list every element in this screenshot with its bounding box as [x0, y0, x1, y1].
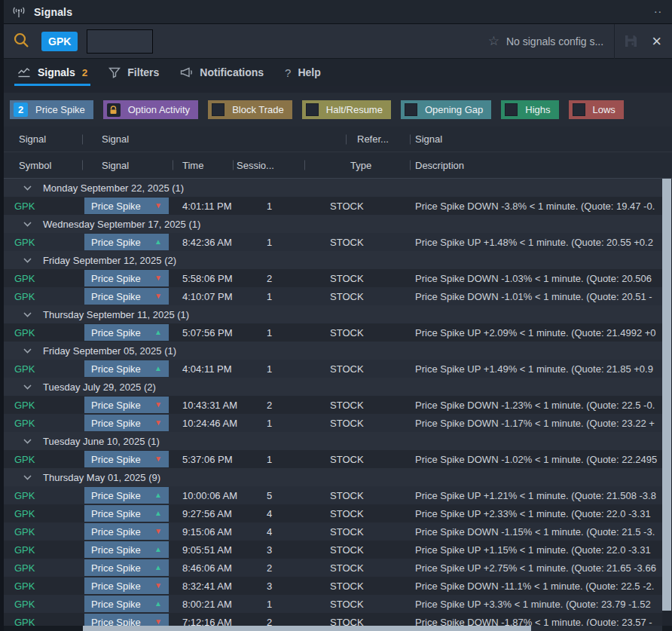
- group-row[interactable]: Thursday May 01, 2025 (9): [4, 468, 672, 486]
- description-cell: Price Spike UP +3.3% < 1 minute. (Quote:…: [411, 595, 672, 613]
- table-row[interactable]: GPK Price Spike ▲ 10:00:06 AM 5 STOCK Pr…: [4, 486, 672, 504]
- filter-chip-halt-resume[interactable]: Halt/Resume: [302, 100, 391, 119]
- table-row[interactable]: GPK Price Spike ▼ 4:01:11 PM 1 STOCK Pri…: [4, 197, 672, 215]
- table-row[interactable]: GPK Price Spike ▲ 4:04:11 PM 1 STOCK Pri…: [4, 360, 672, 378]
- filter-bar: 2 Price Spike Option Activity Block Trad…: [4, 86, 672, 127]
- filter-chip-option-activity[interactable]: Option Activity: [103, 100, 198, 119]
- signal-chip-label: Price Spike: [91, 490, 154, 501]
- tab-notifications[interactable]: Notifications: [170, 59, 274, 86]
- chevron-down-icon[interactable]: [23, 258, 32, 263]
- filter-chip-highs[interactable]: Highs: [501, 100, 558, 119]
- direction-arrow-icon: ▲: [154, 492, 162, 499]
- vertical-scrollbar-thumb[interactable]: [662, 179, 671, 611]
- group-row[interactable]: Friday September 12, 2025 (2): [4, 251, 672, 269]
- search-bar: GPK ☆ No signals config s... ×: [4, 24, 672, 59]
- session-cell: 1: [234, 233, 305, 251]
- tab-signals[interactable]: Signals 2: [7, 59, 98, 86]
- table-row[interactable]: GPK Price Spike ▼ 10:24:46 AM 1 STOCK Pr…: [4, 414, 672, 432]
- signal-chip-label: Price Spike: [91, 580, 154, 592]
- group-date-label: Thursday May 01, 2025 (9): [43, 472, 160, 483]
- checkbox[interactable]: [573, 103, 585, 116]
- session-cell: 2: [234, 396, 305, 414]
- close-icon[interactable]: ×: [649, 33, 664, 50]
- vertical-scrollbar-track[interactable]: [662, 179, 672, 631]
- column-header-symbol[interactable]: Symbol: [4, 152, 83, 178]
- column-header-time[interactable]: Time: [173, 152, 234, 178]
- table-row[interactable]: GPK Price Spike ▼ 5:37:06 PM 1 STOCK Pri…: [4, 450, 672, 468]
- column-header-signal[interactable]: Signal: [83, 152, 173, 178]
- chevron-down-icon[interactable]: [23, 348, 32, 354]
- table-row[interactable]: GPK Price Spike ▼ 4:10:07 PM 1 STOCK Pri…: [4, 287, 672, 305]
- horizontal-scrollbar[interactable]: [4, 626, 672, 631]
- chevron-down-icon[interactable]: [23, 222, 32, 227]
- column-header-session[interactable]: Sessio...: [234, 152, 305, 178]
- save-button[interactable]: [624, 34, 638, 48]
- group-row[interactable]: Thursday September 11, 2025 (1): [4, 305, 672, 323]
- chevron-down-icon[interactable]: [23, 475, 32, 480]
- symbol-cell: GPK: [14, 599, 35, 610]
- lock-icon[interactable]: [107, 103, 121, 117]
- star-icon[interactable]: ☆: [488, 33, 499, 49]
- checkbox[interactable]: [212, 103, 225, 116]
- table-row[interactable]: GPK Price Spike ▼ 8:32:41 AM 3 STOCK Pri…: [4, 577, 672, 595]
- signal-chip: Price Spike ▲: [84, 360, 169, 377]
- direction-arrow-icon: ▼: [154, 455, 162, 463]
- type-cell: STOCK: [305, 269, 411, 287]
- signal-chip: Price Spike ▼: [84, 577, 169, 594]
- table-row[interactable]: GPK Price Spike ▼ 5:58:06 PM 2 STOCK Pri…: [4, 269, 672, 287]
- checkbox[interactable]: [405, 103, 417, 116]
- horizontal-scrollbar-thumb[interactable]: [83, 626, 531, 631]
- symbol-cell: GPK: [14, 201, 35, 212]
- filter-chip-block-trade[interactable]: Block Trade: [208, 100, 292, 119]
- filter-chip-indicator[interactable]: 2: [14, 103, 28, 117]
- time-cell: 10:43:31 AM: [173, 396, 234, 414]
- horizontal-scrollbar-track[interactable]: [531, 626, 662, 631]
- filter-chip-opening-gap[interactable]: Opening Gap: [401, 100, 491, 119]
- chevron-down-icon[interactable]: [23, 185, 32, 191]
- group-row[interactable]: Monday September 22, 2025 (1): [4, 179, 672, 197]
- table-row[interactable]: GPK Price Spike ▲ 8:46:06 AM 2 STOCK Pri…: [4, 559, 672, 577]
- signal-chip: Price Spike ▲: [84, 541, 169, 558]
- filter-chip-price-spike[interactable]: 2 Price Spike: [10, 100, 93, 119]
- direction-arrow-icon: ▼: [154, 582, 162, 590]
- signal-chip-label: Price Spike: [91, 201, 154, 212]
- tab-filters[interactable]: Filters: [98, 59, 170, 86]
- filter-chip-lows[interactable]: Lows: [569, 100, 624, 119]
- header-group-signal-symbol[interactable]: Signal: [4, 127, 83, 152]
- group-row[interactable]: Tuesday June 10, 2025 (1): [4, 432, 672, 450]
- symbol-cell: GPK: [14, 490, 35, 501]
- column-header-description[interactable]: Description: [411, 152, 672, 178]
- signal-chip: Price Spike ▲: [84, 487, 169, 504]
- checkbox[interactable]: [505, 103, 518, 116]
- table-row[interactable]: GPK Price Spike ▲ 8:00:21 AM 1 STOCK Pri…: [4, 595, 672, 613]
- header-group-signal-desc[interactable]: Signal: [411, 127, 672, 152]
- tab-help[interactable]: ? Help: [274, 59, 331, 86]
- header-group-reference[interactable]: Refer...: [347, 127, 411, 152]
- type-cell: STOCK: [305, 197, 411, 215]
- table-row[interactable]: GPK Price Spike ▲ 5:07:56 PM 1 STOCK Pri…: [4, 323, 672, 342]
- group-row[interactable]: Wednesday September 17, 2025 (1): [4, 215, 672, 233]
- symbol-chip[interactable]: GPK: [41, 32, 78, 51]
- table-row[interactable]: GPK Price Spike ▼ 10:43:31 AM 2 STOCK Pr…: [4, 396, 672, 414]
- search-input[interactable]: [87, 29, 153, 54]
- table-row[interactable]: GPK Price Spike ▼ 9:15:06 AM 4 STOCK Pri…: [4, 522, 672, 541]
- more-menu-icon[interactable]: ··: [655, 8, 664, 17]
- column-header-type[interactable]: Type: [305, 152, 411, 178]
- chevron-down-icon[interactable]: [23, 439, 32, 444]
- filter-chip-label: Halt/Resume: [326, 105, 383, 115]
- checkbox[interactable]: [306, 103, 319, 116]
- header-group-signal[interactable]: Signal: [83, 127, 347, 152]
- group-date-label: Tuesday June 10, 2025 (1): [43, 436, 160, 447]
- group-row[interactable]: Tuesday July 29, 2025 (2): [4, 378, 672, 396]
- chevron-down-icon[interactable]: [23, 312, 32, 317]
- symbol-cell: GPK: [14, 327, 35, 338]
- table-row[interactable]: GPK Price Spike ▲ 9:05:51 AM 3 STOCK Pri…: [4, 541, 672, 559]
- chevron-down-icon[interactable]: [23, 384, 32, 390]
- group-row[interactable]: Friday September 05, 2025 (1): [4, 342, 672, 360]
- type-cell: STOCK: [305, 450, 411, 468]
- table-row[interactable]: GPK Price Spike ▲ 9:27:56 AM 4 STOCK Pri…: [4, 504, 672, 522]
- tab-label: Signals: [38, 66, 75, 78]
- table-row[interactable]: GPK Price Spike ▲ 8:42:36 AM 1 STOCK Pri…: [4, 233, 672, 251]
- filter-chip-label: Lows: [593, 105, 615, 115]
- table-header: Signal Signal Refer... Signal Symbol Sig…: [4, 127, 672, 179]
